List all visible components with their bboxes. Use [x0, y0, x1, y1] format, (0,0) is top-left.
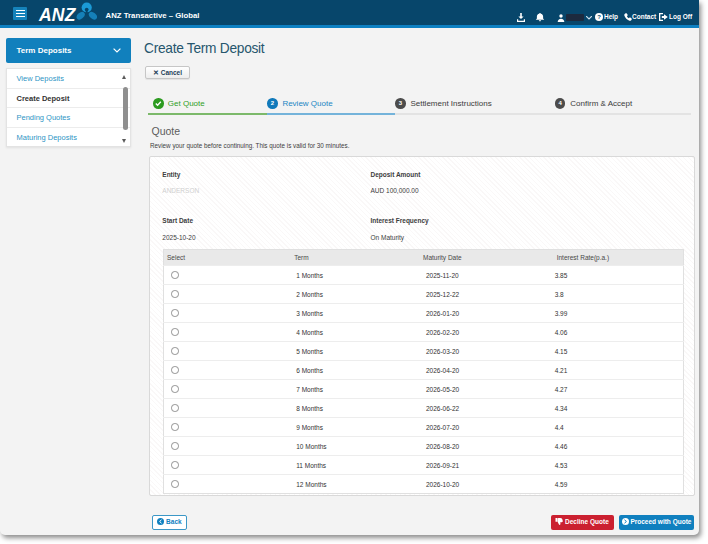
svg-text:?: ? [597, 14, 601, 20]
